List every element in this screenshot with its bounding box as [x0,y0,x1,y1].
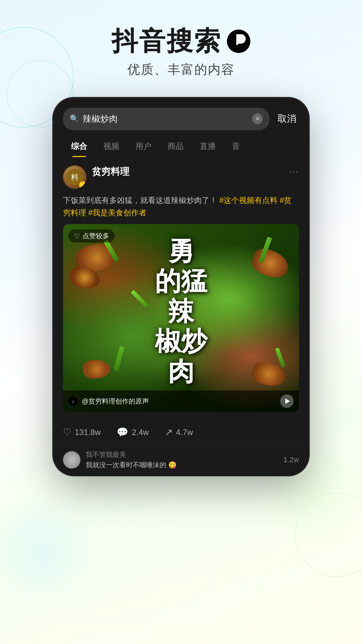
likes-badge: ♡ 点赞较多 [68,229,115,243]
tab-综合[interactable]: 综合 [63,136,95,157]
avatar: 料 ✓ [63,165,86,189]
cancel-button[interactable]: 取消 [275,112,299,125]
comment-interaction[interactable]: 💬 2.4w [117,427,149,438]
app-title: 抖音搜索 ♪ [0,27,362,56]
video-thumbnail[interactable]: 勇的猛辣椒炒肉 ♡ 点赞较多 ♪ @贫穷料理创作的原声 [63,224,299,412]
subtitle-text: 优质、丰富的内容 [0,61,362,78]
tiktok-logo-icon: ♪ [227,30,250,53]
tab-用户[interactable]: 用户 [127,136,160,157]
tiktok-small-logo-icon: ♪ [68,396,78,406]
like-count: 131.8w [75,428,101,437]
tiktok-note-icon: ♪ [72,398,74,404]
post-text: 下饭菜到底有多凶猛，就看这道辣椒炒肉了！ [63,196,217,205]
bg-blob-left [0,493,101,610]
interaction-bar: ♡ 131.8w 💬 2.4w ↗ 4.7w [54,420,308,445]
search-query: 辣椒炒肉 [83,113,248,125]
share-count: 4.7w [176,428,193,437]
commenter-avatar [63,451,80,469]
video-text-overlay: 勇的猛辣椒炒肉 [63,224,299,398]
comment-count: 2.4w [132,428,149,437]
comment-text: 我就没一次看时不咽唾沫的 😋 [86,461,278,470]
play-triangle-icon [285,398,290,404]
search-bar[interactable]: 🔍 辣椒炒肉 ✕ [63,108,269,130]
search-icon: 🔍 [70,114,79,123]
post-description: 下饭菜到底有多凶猛，就看这道辣椒炒肉了！ #这个视频有点料 #贫穷料理 #我是美… [63,194,299,219]
hashtag-1[interactable]: #这个视频有点料 [219,196,278,205]
user-name[interactable]: 贫穷料理 [92,165,283,178]
verified-badge-icon: ✓ [79,181,86,189]
sound-bar: ♪ @贫穷料理创作的原声 [63,390,299,412]
phone-inner: 🔍 辣椒炒肉 ✕ 取消 综合 视频 用户 商品 [54,98,308,475]
share-interaction[interactable]: ↗ 4.7w [165,427,193,438]
phone-container: 🔍 辣椒炒肉 ✕ 取消 综合 视频 用户 商品 [0,98,362,475]
heart-icon: ♡ [74,232,80,240]
tabs-container: 综合 视频 用户 商品 直播 音 [54,136,308,157]
tab-商品[interactable]: 商品 [160,136,192,157]
svg-text:料: 料 [71,173,78,181]
commenter-name: 我不管我最美 [86,450,278,459]
play-button[interactable] [280,394,294,408]
tab-音[interactable]: 音 [224,136,248,157]
title-text: 抖音搜索 [112,27,222,56]
like-interaction[interactable]: ♡ 131.8w [63,427,101,438]
comment-icon: 💬 [117,427,128,438]
like-icon: ♡ [63,427,71,438]
hashtag-3[interactable]: #我是美食创作者 [88,208,146,217]
comment-likes: 1.2w [284,455,299,464]
search-bar-container: 🔍 辣椒炒肉 ✕ 取消 [54,98,308,136]
header-section: 抖音搜索 ♪ 优质、丰富的内容 [0,0,362,92]
content-area: 料 ✓ 贫穷料理 ··· 下饭菜到底有多凶猛，就看这道辣椒炒肉了！ #这个视频有… [54,157,308,420]
video-overlay-text: 勇的猛辣椒炒肉 [155,236,207,386]
comment-content: 我不管我最美 我就没一次看时不咽唾沫的 😋 [86,450,278,470]
user-card: 料 ✓ 贫穷料理 ··· [63,165,299,189]
tab-直播[interactable]: 直播 [192,136,224,157]
more-options-icon[interactable]: ··· [289,165,299,177]
search-clear-button[interactable]: ✕ [252,113,263,124]
comment-preview: 我不管我最美 我就没一次看时不咽唾沫的 😋 1.2w [54,445,308,475]
likes-badge-text: 点赞较多 [82,231,109,240]
music-note-icon: ♪ [235,35,242,48]
phone-mockup: 🔍 辣椒炒肉 ✕ 取消 综合 视频 用户 商品 [54,98,308,475]
sound-text: @贫穷料理创作的原声 [82,397,276,406]
share-icon: ↗ [165,427,173,438]
tab-视频[interactable]: 视频 [95,136,127,157]
